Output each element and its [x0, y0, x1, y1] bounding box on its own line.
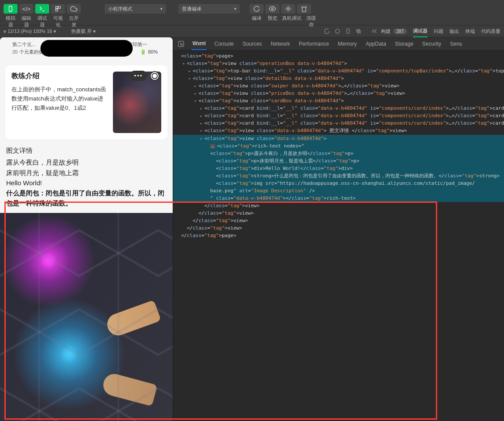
svg-rect-3	[56, 9, 58, 11]
cloud-button[interactable]	[67, 4, 81, 14]
svg-point-4	[272, 8, 273, 10]
more-pill[interactable]: •••	[130, 71, 147, 81]
toolbar-labels-right: 编译 预览 真机调试 清缓存	[250, 15, 318, 28]
tab-wxml[interactable]: Wxml	[192, 38, 207, 50]
compile-button[interactable]	[250, 4, 264, 14]
svg-point-6	[336, 29, 340, 33]
inspect-icon[interactable]	[178, 40, 185, 47]
inspect-highlight	[4, 202, 437, 420]
detail-section: 图文详情 露从今夜白，月是故乡明 床前明月光，疑是地上霜 Hello World…	[0, 143, 173, 211]
tab-console[interactable]: Console	[214, 38, 235, 50]
devtools-tabs: Wxml Console Sources Network Performance…	[173, 37, 504, 50]
svg-rect-2	[58, 7, 61, 9]
svg-rect-10	[178, 41, 184, 47]
subtab-problems[interactable]: 问题	[434, 28, 443, 35]
detail-p2: 床前明月光，疑是地上霜	[6, 168, 167, 178]
collapse-icon[interactable]	[371, 28, 377, 34]
tab-memory[interactable]: Memory	[337, 38, 358, 50]
tab-security[interactable]: Security	[421, 38, 442, 50]
detail-title: 图文详情	[6, 145, 167, 155]
main-toolbar: </> 模拟器 编辑器 调试器 可视化 云开发 小程序模式 普通编译 编译 预览…	[0, 0, 504, 25]
subtab-terminal[interactable]: 终端	[465, 28, 475, 35]
build-count-badge: 287	[393, 29, 407, 34]
layers-icon[interactable]	[355, 28, 362, 34]
svg-point-5	[287, 8, 289, 10]
detail-p1: 露从今夜白，月是故乡明	[6, 157, 167, 167]
visualize-button[interactable]	[51, 4, 65, 14]
hot-reload-toggle[interactable]: 热重载 开 ▾	[71, 28, 96, 35]
card-image	[113, 72, 161, 133]
subtab-debugger[interactable]: 调试器	[413, 25, 428, 37]
device-selector[interactable]: e 12/13 (Pro) 100% 16 ▾	[4, 29, 56, 34]
tab-sensor[interactable]: Sens	[449, 38, 463, 50]
card-title: 教练介绍	[11, 72, 108, 81]
compile-dropdown[interactable]: 普通编译	[178, 4, 240, 14]
subtab-build[interactable]: 构建	[381, 28, 391, 35]
svg-rect-0	[9, 6, 12, 11]
toolbar-labels-left: 模拟器 编辑器 调试器 可视化 云开发	[4, 15, 81, 28]
tab-sources[interactable]: Sources	[242, 38, 263, 50]
clear-cache-button[interactable]	[297, 4, 311, 14]
tab-storage[interactable]: Storage	[394, 38, 414, 50]
coach-card[interactable]: 教练介绍 在上面的例子中，match_constants函数使用match表达式…	[5, 65, 167, 139]
tab-performance[interactable]: Performance	[298, 38, 330, 50]
svg-rect-1	[56, 7, 58, 9]
subtab-quality[interactable]: 代码质量	[481, 28, 500, 35]
tab-appdata[interactable]: AppData	[365, 38, 387, 50]
card-body: 在上面的例子中，match_constants函数使用match表达式对输入的v…	[11, 85, 108, 112]
target-icon[interactable]	[150, 71, 160, 81]
debugger-button[interactable]	[35, 4, 49, 14]
subtab-output[interactable]: 输出	[450, 28, 459, 35]
preview-button[interactable]	[265, 4, 279, 14]
record-icon[interactable]	[334, 28, 341, 34]
editor-button[interactable]: </>	[19, 4, 33, 14]
detail-p3: Hello World!	[6, 178, 167, 188]
mode-dropdown[interactable]: 小程序模式	[105, 4, 166, 14]
refresh-icon[interactable]	[324, 28, 330, 34]
tab-network[interactable]: Network	[270, 38, 291, 50]
simulator-button[interactable]	[4, 4, 18, 14]
phone-notch	[40, 40, 133, 57]
svg-rect-7	[347, 29, 349, 34]
real-debug-button[interactable]	[281, 4, 295, 14]
phone-icon[interactable]	[345, 28, 351, 34]
